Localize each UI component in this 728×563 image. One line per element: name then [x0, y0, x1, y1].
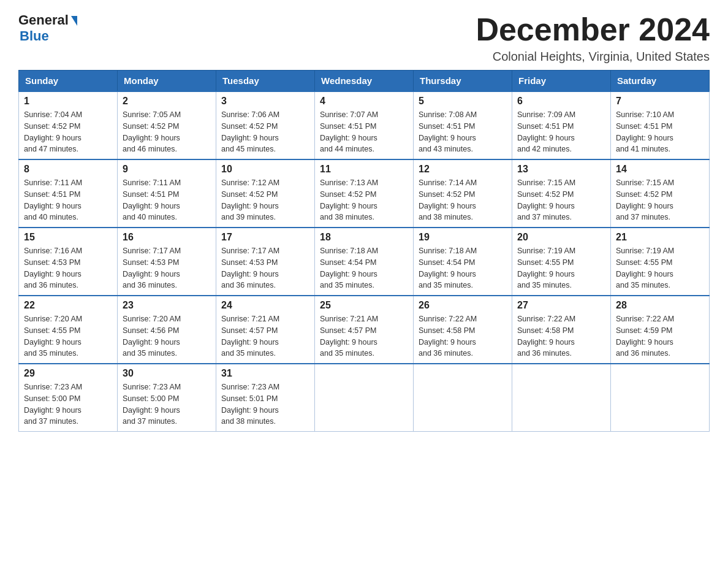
calendar-day-20: 20Sunrise: 7:19 AMSunset: 4:55 PMDayligh… [512, 228, 611, 296]
day-info: Sunrise: 7:23 AMSunset: 5:00 PMDaylight:… [123, 381, 211, 427]
day-number: 31 [221, 368, 309, 379]
day-number: 26 [419, 300, 507, 311]
day-info: Sunrise: 7:13 AMSunset: 4:52 PMDaylight:… [320, 177, 408, 223]
day-number: 12 [419, 164, 507, 175]
day-info: Sunrise: 7:18 AMSunset: 4:54 PMDaylight:… [320, 245, 408, 291]
day-info: Sunrise: 7:16 AMSunset: 4:53 PMDaylight:… [24, 245, 112, 291]
day-number: 10 [221, 164, 309, 175]
calendar-day-15: 15Sunrise: 7:16 AMSunset: 4:53 PMDayligh… [19, 228, 118, 296]
day-info: Sunrise: 7:23 AMSunset: 5:00 PMDaylight:… [24, 381, 112, 427]
day-number: 15 [24, 232, 112, 243]
day-info: Sunrise: 7:19 AMSunset: 4:55 PMDaylight:… [616, 245, 704, 291]
day-info: Sunrise: 7:22 AMSunset: 4:58 PMDaylight:… [517, 313, 605, 359]
day-info: Sunrise: 7:20 AMSunset: 4:55 PMDaylight:… [24, 313, 112, 359]
day-number: 20 [517, 232, 605, 243]
day-info: Sunrise: 7:07 AMSunset: 4:51 PMDaylight:… [320, 109, 408, 155]
day-number: 16 [123, 232, 211, 243]
day-info: Sunrise: 7:12 AMSunset: 4:52 PMDaylight:… [221, 177, 309, 223]
day-info: Sunrise: 7:04 AMSunset: 4:52 PMDaylight:… [24, 109, 112, 155]
calendar-day-13: 13Sunrise: 7:15 AMSunset: 4:52 PMDayligh… [512, 159, 611, 228]
day-number: 24 [221, 300, 309, 311]
day-info: Sunrise: 7:22 AMSunset: 4:58 PMDaylight:… [419, 313, 507, 359]
day-number: 21 [616, 232, 704, 243]
empty-cell [315, 364, 414, 432]
day-number: 8 [24, 164, 112, 175]
week-row-3: 15Sunrise: 7:16 AMSunset: 4:53 PMDayligh… [19, 228, 710, 296]
empty-cell [611, 364, 710, 432]
day-number: 19 [419, 232, 507, 243]
calendar-day-21: 21Sunrise: 7:19 AMSunset: 4:55 PMDayligh… [611, 228, 710, 296]
day-info: Sunrise: 7:08 AMSunset: 4:51 PMDaylight:… [419, 109, 507, 155]
day-header-monday: Monday [118, 71, 216, 92]
calendar-day-10: 10Sunrise: 7:12 AMSunset: 4:52 PMDayligh… [216, 159, 315, 228]
week-row-5: 29Sunrise: 7:23 AMSunset: 5:00 PMDayligh… [19, 364, 710, 432]
day-number: 7 [616, 96, 704, 107]
calendar-day-17: 17Sunrise: 7:17 AMSunset: 4:53 PMDayligh… [216, 228, 315, 296]
calendar-day-2: 2Sunrise: 7:05 AMSunset: 4:52 PMDaylight… [118, 91, 216, 159]
calendar-day-1: 1Sunrise: 7:04 AMSunset: 4:52 PMDaylight… [19, 91, 118, 159]
day-info: Sunrise: 7:15 AMSunset: 4:52 PMDaylight:… [517, 177, 605, 223]
day-number: 6 [517, 96, 605, 107]
calendar-day-30: 30Sunrise: 7:23 AMSunset: 5:00 PMDayligh… [118, 364, 216, 432]
day-number: 23 [123, 300, 211, 311]
title-block: December 2024 Colonial Heights, Virginia… [476, 12, 710, 64]
calendar-day-11: 11Sunrise: 7:13 AMSunset: 4:52 PMDayligh… [315, 159, 414, 228]
calendar-day-27: 27Sunrise: 7:22 AMSunset: 4:58 PMDayligh… [512, 296, 611, 364]
day-info: Sunrise: 7:06 AMSunset: 4:52 PMDaylight:… [221, 109, 309, 155]
calendar-day-26: 26Sunrise: 7:22 AMSunset: 4:58 PMDayligh… [414, 296, 512, 364]
week-row-4: 22Sunrise: 7:20 AMSunset: 4:55 PMDayligh… [19, 296, 710, 364]
day-info: Sunrise: 7:05 AMSunset: 4:52 PMDaylight:… [123, 109, 211, 155]
day-info: Sunrise: 7:10 AMSunset: 4:51 PMDaylight:… [616, 109, 704, 155]
day-header-wednesday: Wednesday [315, 71, 414, 92]
day-number: 11 [320, 164, 408, 175]
day-info: Sunrise: 7:20 AMSunset: 4:56 PMDaylight:… [123, 313, 211, 359]
day-info: Sunrise: 7:14 AMSunset: 4:52 PMDaylight:… [419, 177, 507, 223]
calendar-day-16: 16Sunrise: 7:17 AMSunset: 4:53 PMDayligh… [118, 228, 216, 296]
calendar-day-19: 19Sunrise: 7:18 AMSunset: 4:54 PMDayligh… [414, 228, 512, 296]
day-number: 22 [24, 300, 112, 311]
days-of-week-header: SundayMondayTuesdayWednesdayThursdayFrid… [19, 71, 710, 92]
location-subtitle: Colonial Heights, Virginia, United State… [476, 50, 710, 64]
day-info: Sunrise: 7:11 AMSunset: 4:51 PMDaylight:… [123, 177, 211, 223]
day-number: 14 [616, 164, 704, 175]
day-number: 28 [616, 300, 704, 311]
logo: General Blue [18, 12, 77, 44]
day-number: 3 [221, 96, 309, 107]
day-info: Sunrise: 7:21 AMSunset: 4:57 PMDaylight:… [221, 313, 309, 359]
calendar-day-6: 6Sunrise: 7:09 AMSunset: 4:51 PMDaylight… [512, 91, 611, 159]
calendar-day-4: 4Sunrise: 7:07 AMSunset: 4:51 PMDaylight… [315, 91, 414, 159]
day-number: 2 [123, 96, 211, 107]
day-info: Sunrise: 7:22 AMSunset: 4:59 PMDaylight:… [616, 313, 704, 359]
calendar-day-29: 29Sunrise: 7:23 AMSunset: 5:00 PMDayligh… [19, 364, 118, 432]
page-header: General Blue December 2024 Colonial Heig… [18, 12, 710, 64]
calendar-day-31: 31Sunrise: 7:23 AMSunset: 5:01 PMDayligh… [216, 364, 315, 432]
calendar-day-23: 23Sunrise: 7:20 AMSunset: 4:56 PMDayligh… [118, 296, 216, 364]
calendar-day-5: 5Sunrise: 7:08 AMSunset: 4:51 PMDaylight… [414, 91, 512, 159]
calendar-day-22: 22Sunrise: 7:20 AMSunset: 4:55 PMDayligh… [19, 296, 118, 364]
calendar-day-28: 28Sunrise: 7:22 AMSunset: 4:59 PMDayligh… [611, 296, 710, 364]
day-header-friday: Friday [512, 71, 611, 92]
calendar-day-7: 7Sunrise: 7:10 AMSunset: 4:51 PMDaylight… [611, 91, 710, 159]
day-info: Sunrise: 7:21 AMSunset: 4:57 PMDaylight:… [320, 313, 408, 359]
calendar-day-8: 8Sunrise: 7:11 AMSunset: 4:51 PMDaylight… [19, 159, 118, 228]
logo-general-text: General [18, 12, 77, 28]
empty-cell [414, 364, 512, 432]
day-number: 5 [419, 96, 507, 107]
logo-blue-text: Blue [18, 28, 49, 44]
day-number: 4 [320, 96, 408, 107]
day-number: 13 [517, 164, 605, 175]
empty-cell [512, 364, 611, 432]
day-number: 9 [123, 164, 211, 175]
calendar-day-24: 24Sunrise: 7:21 AMSunset: 4:57 PMDayligh… [216, 296, 315, 364]
day-info: Sunrise: 7:11 AMSunset: 4:51 PMDaylight:… [24, 177, 112, 223]
day-number: 29 [24, 368, 112, 379]
day-number: 18 [320, 232, 408, 243]
calendar-day-12: 12Sunrise: 7:14 AMSunset: 4:52 PMDayligh… [414, 159, 512, 228]
day-info: Sunrise: 7:18 AMSunset: 4:54 PMDaylight:… [419, 245, 507, 291]
calendar-day-18: 18Sunrise: 7:18 AMSunset: 4:54 PMDayligh… [315, 228, 414, 296]
calendar-day-3: 3Sunrise: 7:06 AMSunset: 4:52 PMDaylight… [216, 91, 315, 159]
day-info: Sunrise: 7:23 AMSunset: 5:01 PMDaylight:… [221, 381, 309, 427]
calendar-day-14: 14Sunrise: 7:15 AMSunset: 4:52 PMDayligh… [611, 159, 710, 228]
calendar-table: SundayMondayTuesdayWednesdayThursdayFrid… [18, 70, 710, 432]
day-number: 25 [320, 300, 408, 311]
